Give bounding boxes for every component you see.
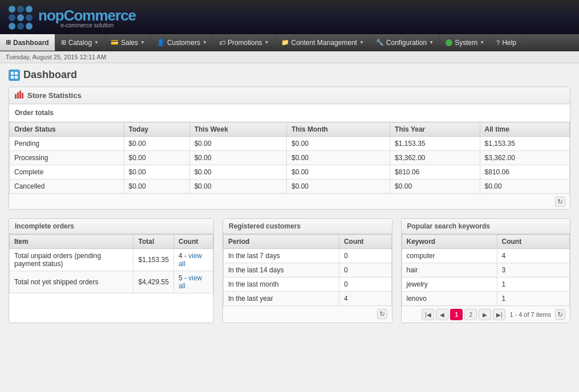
count-cell: 4 [339,292,391,306]
svg-rect-7 [22,93,23,99]
count-cell: 4 - view all [173,249,213,271]
order-status-cell: Pending [10,137,124,151]
count-cell: 0 [339,249,391,263]
keyword-cell: hair [402,263,497,277]
navbar: ⊞ Dashboard ⊞ Catalog ▼ 💳 Sales ▼ 👤 Cust… [0,34,579,51]
keyword-cell: lenovo [402,292,497,306]
chevron-down-icon: ▼ [140,40,145,45]
promotions-icon: 🏷 [219,39,225,46]
page-1-button[interactable]: 1 [450,309,463,320]
next-page-button[interactable]: ▶ [479,309,491,320]
popular-search-pagination: |◀ ◀ 1 2 ▶ ▶| 1 - 4 of 7 items ↻ [402,306,570,322]
year-cell: $1,153.35 [390,137,480,151]
sales-icon: 💳 [111,39,119,46]
col-item: Item [10,235,133,249]
chevron-down-icon: ▼ [429,40,434,45]
nav-item-system[interactable]: System ▼ [440,34,491,51]
svg-rect-6 [19,91,21,99]
count-cell: 3 [497,263,569,277]
catalog-icon: ⊞ [61,39,66,46]
registered-customers-refresh-row: ↻ [223,306,392,321]
nav-label-content: Content Management [291,39,357,47]
month-cell: $0.00 [286,179,390,194]
chevron-down-icon: ▼ [94,40,99,45]
month-cell: $0.00 [286,165,390,179]
keyword-cell: jewelry [402,277,497,292]
week-cell: $0.00 [189,165,286,179]
first-page-button[interactable]: |◀ [422,309,434,320]
nav-item-catalog[interactable]: ⊞ Catalog ▼ [55,34,105,51]
nav-item-promotions[interactable]: 🏷 Promotions ▼ [213,34,276,51]
dashboard-title-icon [9,70,20,81]
popular-search-refresh-button[interactable]: ↻ [555,309,565,320]
table-row: Cancelled $0.00 $0.00 $0.00 $0.00 $0.00 [10,179,570,194]
table-row: jewelry 1 [402,277,570,292]
prev-page-button[interactable]: ◀ [436,309,448,320]
order-totals-refresh-button[interactable]: ↻ [555,197,565,207]
total-cell: $4,429.55 [133,271,173,293]
last-page-button[interactable]: ▶| [493,309,505,320]
nav-label-sales: Sales [121,39,138,47]
logo-dots [9,6,33,30]
system-icon [446,39,452,46]
registered-customers-table: Period Count In the last 7 days 0 In the… [223,234,392,306]
alltime-cell: $3,362.00 [480,151,569,165]
page-2-button[interactable]: 2 [464,309,477,320]
breadcrumb-text: Tuesday, August 25, 2015 12:11 AM [6,54,106,60]
alltime-cell: $1,153.35 [480,137,569,151]
count-cell: 4 [497,249,569,263]
col-count: Count [497,235,569,249]
col-period: Period [224,235,339,249]
today-cell: $0.00 [124,165,189,179]
nav-label-dashboard: Dashboard [13,39,49,47]
chevron-down-icon: ▼ [203,40,207,45]
alltime-cell: $0.00 [480,179,569,194]
table-row: In the last year 4 [224,292,392,306]
item-cell: Total unpaid orders (pending payment sta… [10,249,133,271]
nav-item-configuration[interactable]: 🔧 Configuration ▼ [370,34,440,51]
table-row: lenovo 1 [402,292,570,306]
dot [9,23,15,30]
page-title: Dashboard [9,69,570,81]
col-order-status: Order Status [10,122,124,137]
registered-customers-panel: Registered customers Period Count In the… [222,218,392,323]
registered-customers-refresh-button[interactable]: ↻ [377,309,387,319]
nav-item-content[interactable]: 📁 Content Management ▼ [276,34,370,51]
nav-label-promotions: Promotions [228,39,262,47]
col-this-month: This Month [286,122,390,137]
order-totals-table: Order Status Today This Week This Month … [9,122,570,194]
customers-icon: 👤 [157,39,165,46]
today-cell: $0.00 [124,151,189,165]
table-row: computer 4 [402,249,570,263]
col-keyword: Keyword [402,235,497,249]
nav-item-help[interactable]: ? Help [491,34,523,51]
svg-rect-2 [11,76,14,79]
alltime-cell: $810.06 [480,165,569,179]
svg-rect-5 [17,92,19,99]
nav-label-configuration: Configuration [386,39,427,47]
period-cell: In the last month [224,277,339,292]
count-cell: 0 [339,277,391,292]
view-all-link[interactable]: view all [179,252,202,268]
order-totals-refresh-row: ↻ [9,194,570,209]
dot [26,23,33,30]
app-header: nopCommerce e-commerce solution [0,0,579,34]
order-status-cell: Cancelled [10,179,124,194]
svg-rect-3 [15,76,18,79]
nav-item-customers[interactable]: 👤 Customers ▼ [151,34,213,51]
year-cell: $810.06 [390,165,480,179]
nav-label-customers: Customers [167,39,200,47]
nav-item-dashboard[interactable]: ⊞ Dashboard [0,34,55,51]
col-this-year: This Year [390,122,480,137]
month-cell: $0.00 [286,137,390,151]
week-cell: $0.00 [189,179,286,194]
table-row: In the last 7 days 0 [224,249,392,263]
nav-item-sales[interactable]: 💳 Sales ▼ [105,34,151,51]
col-count: Count [339,235,391,249]
count-cell: 0 [339,263,391,277]
year-cell: $0.00 [390,179,480,194]
page-title-text: Dashboard [23,69,77,81]
view-all-link[interactable]: view all [179,274,202,290]
chevron-down-icon: ▼ [265,40,269,45]
chevron-down-icon: ▼ [480,40,484,45]
